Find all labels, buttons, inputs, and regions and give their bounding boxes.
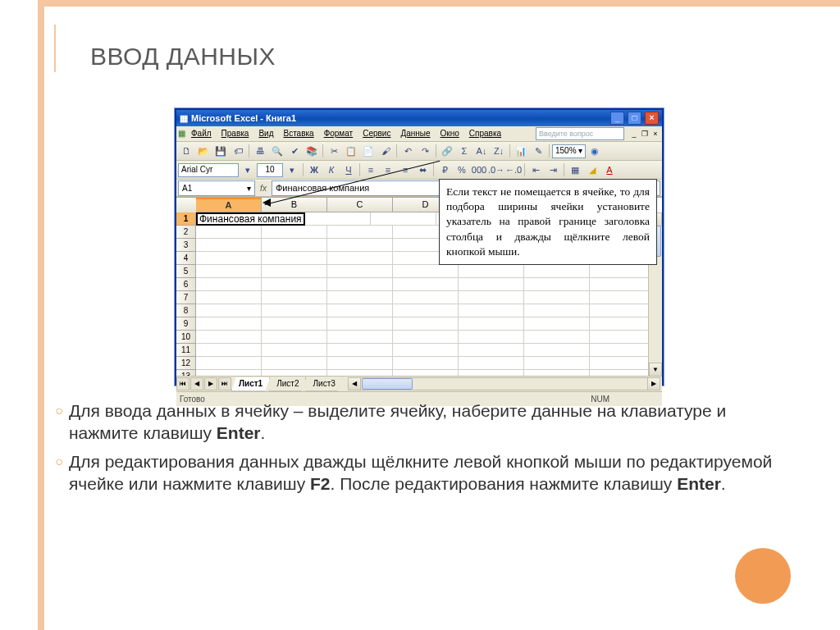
window-titlebar[interactable]: ▦ Microsoft Excel - Книга1 _ □ × [176,110,662,126]
cell[interactable] [196,239,262,252]
chevron-down-icon[interactable]: ▾ [240,162,256,178]
cell[interactable] [262,239,327,252]
menu-data[interactable]: Данные [396,129,434,139]
research-icon[interactable]: 📚 [304,143,320,159]
col-header-a[interactable]: A [196,198,262,212]
cell[interactable] [262,344,327,357]
increase-decimal-icon[interactable]: .0→ [488,162,504,178]
name-box[interactable]: A1▾ [178,180,255,196]
print-icon[interactable]: 🖶 [252,143,268,159]
cell[interactable] [524,344,590,357]
font-name-selector[interactable]: Arial Cyr [178,163,239,177]
decrease-decimal-icon[interactable]: ←.0 [505,162,522,178]
doc-restore-button[interactable]: ❐ [640,129,650,139]
cell[interactable] [196,317,262,331]
cell[interactable] [327,291,393,304]
cell[interactable] [262,304,327,317]
cell-a1[interactable]: Финансовая компания [196,212,305,226]
menu-help[interactable]: Справка [465,129,505,139]
undo-icon[interactable]: ↶ [399,143,416,159]
cell[interactable] [459,265,524,278]
tab-nav-prev-icon[interactable]: ◀ [190,377,203,390]
font-color-icon[interactable]: A [601,162,618,178]
cell[interactable] [262,252,327,265]
menu-edit[interactable]: Правка [217,129,253,139]
hyperlink-icon[interactable]: 🔗 [439,143,455,159]
cell[interactable] [393,291,459,304]
font-size-selector[interactable]: 10 [257,163,283,177]
cell[interactable] [590,304,649,317]
zoom-selector[interactable]: 150%▾ [552,144,586,158]
autosum-icon[interactable]: Σ [456,143,472,159]
fx-icon[interactable]: fx [258,185,269,193]
cut-icon[interactable]: ✂ [326,143,342,159]
doc-close-button[interactable]: × [651,129,660,139]
cell[interactable] [524,265,590,278]
minimize-button[interactable]: _ [610,112,624,125]
cell[interactable] [393,265,459,278]
cell[interactable] [524,317,590,331]
cell[interactable] [196,304,262,317]
tab-nav-last-icon[interactable]: ⏭ [218,377,231,390]
cell[interactable] [327,252,393,265]
maximize-button[interactable]: □ [628,112,641,125]
cell[interactable] [196,331,262,344]
col-header-c[interactable]: C [327,198,393,212]
cell[interactable] [262,317,327,331]
cell[interactable] [327,304,393,317]
menu-window[interactable]: Окно [436,129,463,139]
row-header-2[interactable]: 2 [176,226,196,239]
menu-tools[interactable]: Сервис [358,129,395,139]
sheet-tab-3[interactable]: Лист3 [305,377,342,391]
cell[interactable] [262,291,327,304]
cell[interactable] [327,344,393,357]
horizontal-scrollbar[interactable]: ◀ ▶ [348,377,660,390]
cell[interactable] [327,331,393,344]
row-header-12[interactable]: 12 [176,357,196,370]
cell[interactable] [262,265,327,278]
sheet-tab-1[interactable]: Лист1 [231,377,270,391]
open-icon[interactable]: 📂 [195,143,212,159]
cell[interactable] [459,317,524,331]
drawing-icon[interactable]: ✎ [530,143,546,159]
cell[interactable] [262,278,327,291]
cell[interactable] [327,239,393,252]
menu-view[interactable]: Вид [254,129,277,139]
increase-indent-icon[interactable]: ⇥ [545,162,561,178]
cell[interactable] [459,357,524,370]
cell[interactable] [393,357,459,370]
bold-icon[interactable]: Ж [306,162,322,178]
permission-icon[interactable]: 🏷 [230,143,246,159]
row-header-5[interactable]: 5 [176,265,196,278]
copy-icon[interactable]: 📋 [343,143,359,159]
cell-b1[interactable] [305,212,371,226]
cell[interactable] [196,357,262,370]
row-header-1[interactable]: 1 [176,212,196,226]
cell[interactable] [459,278,524,291]
new-icon[interactable]: 🗋 [178,143,194,159]
cell[interactable] [590,291,649,304]
cell[interactable] [196,265,262,278]
cell[interactable] [459,331,524,344]
percent-icon[interactable]: % [454,162,470,178]
cell[interactable] [524,357,590,370]
cell[interactable] [327,357,393,370]
cell[interactable] [327,226,393,239]
row-header-11[interactable]: 11 [176,344,196,357]
menu-file[interactable]: Файл [187,129,216,139]
menu-format[interactable]: Формат [320,129,358,139]
cell[interactable] [459,304,524,317]
cell[interactable] [196,291,262,304]
cell[interactable] [590,278,649,291]
borders-icon[interactable]: ▦ [567,162,583,178]
row-header-10[interactable]: 10 [176,331,196,344]
cell[interactable] [590,265,649,278]
tab-nav-first-icon[interactable]: ⏮ [176,377,189,390]
underline-icon[interactable]: Ч [340,162,357,178]
doc-minimize-button[interactable]: _ [629,129,639,139]
row-header-4[interactable]: 4 [176,252,196,265]
cell[interactable] [590,344,649,357]
row-header-6[interactable]: 6 [176,278,196,291]
sheet-tab-2[interactable]: Лист2 [269,377,306,391]
cell[interactable] [393,344,459,357]
